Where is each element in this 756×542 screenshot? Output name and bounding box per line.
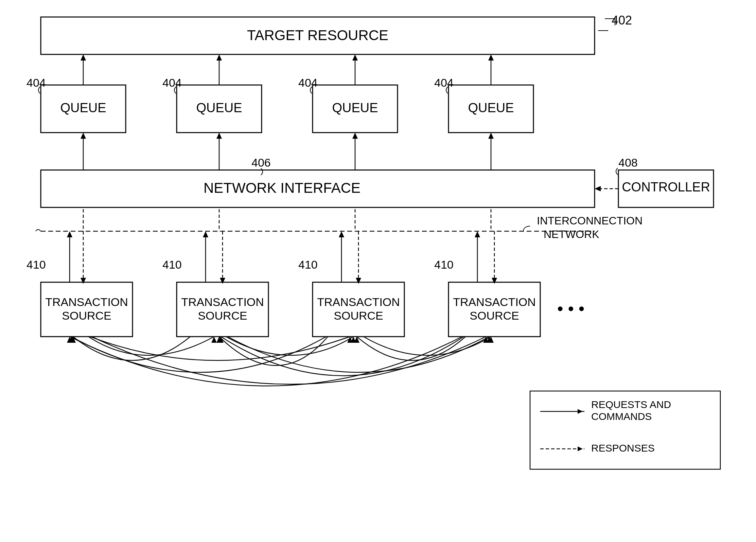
ref-410-2: 410	[162, 258, 182, 271]
ellipsis: • • •	[557, 299, 584, 318]
ts-label-1b: SOURCE	[62, 309, 111, 322]
legend-requests-label-1: REQUESTS AND	[591, 399, 671, 410]
queue-label-1: QUEUE	[60, 101, 106, 115]
controller-label: CONTROLLER	[622, 180, 710, 194]
queue-label-4: QUEUE	[468, 101, 514, 115]
ts-label-3a: TRANSACTION	[317, 295, 400, 308]
diagram-container: TARGET RESOURCE 402 QUEUE QUEUE QUEUE QU…	[0, 0, 756, 542]
ts-label-1a: TRANSACTION	[45, 295, 128, 308]
network-interface-label: NETWORK INTERFACE	[204, 180, 361, 196]
legend-requests-label-2: COMMANDS	[591, 411, 652, 422]
ref-404-2: 404	[162, 76, 182, 89]
ts-label-4b: SOURCE	[470, 309, 519, 322]
queue-label-3: QUEUE	[332, 101, 378, 115]
ts-label-3b: SOURCE	[334, 309, 383, 322]
queue-label-2: QUEUE	[196, 101, 242, 115]
ref-406: 406	[251, 156, 271, 169]
ref-408: 408	[618, 156, 638, 169]
ref-404-3: 404	[298, 76, 318, 89]
ref-410-1: 410	[27, 258, 46, 271]
ts-label-4a: TRANSACTION	[453, 295, 536, 308]
ts-label-2b: SOURCE	[198, 309, 247, 322]
ref-410-3: 410	[298, 258, 318, 271]
interconnection-network-label-1: INTERCONNECTION	[537, 215, 643, 227]
interconnection-network-label-2: NETWORK	[544, 228, 599, 240]
ref-404-4: 404	[434, 76, 454, 89]
diagram-svg: TARGET RESOURCE 402 QUEUE QUEUE QUEUE QU…	[0, 0, 756, 542]
target-resource-label: TARGET RESOURCE	[247, 27, 388, 43]
ref-404-1: 404	[27, 76, 46, 89]
ts-label-2a: TRANSACTION	[181, 295, 264, 308]
ref-410-4: 410	[434, 258, 454, 271]
legend-responses-label: RESPONSES	[591, 442, 655, 454]
